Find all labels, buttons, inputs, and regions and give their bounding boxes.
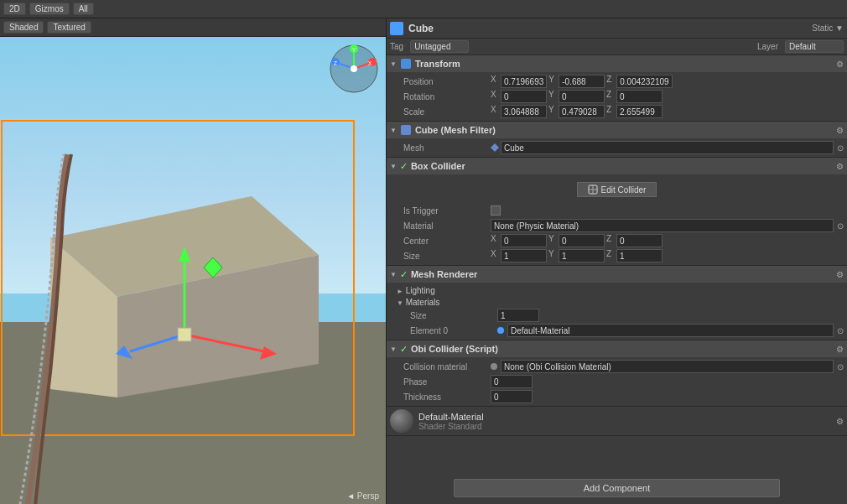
cz-value[interactable]: 0 <box>616 234 663 247</box>
mesh-renderer-body: ► Lighting ▼ Materials Size 1 Element 0 <box>387 283 847 340</box>
scale-z-value[interactable]: 2.655499 <box>616 105 663 118</box>
static-label[interactable]: Static ▼ <box>812 23 844 33</box>
material-menu-btn[interactable]: ⚙ <box>836 417 844 426</box>
rot-z-label: Z <box>606 90 615 103</box>
sz-value[interactable]: 1 <box>616 249 663 262</box>
element0-value[interactable]: Default-Material <box>507 324 834 337</box>
edit-collider-btn[interactable]: Edit Collider <box>577 182 657 197</box>
inspector-panel: Cube Static ▼ Tag Untagged Layer Default… <box>386 18 847 504</box>
rotation-xyz: X 0 Y 0 Z 0 <box>491 90 844 103</box>
tag-row: Tag Untagged Layer Default <box>387 39 847 55</box>
collision-material-target[interactable]: ⊙ <box>837 362 844 372</box>
collider-material-value[interactable]: None (Physic Material) <box>491 219 834 232</box>
scale-x-value[interactable]: 3.064888 <box>501 105 547 118</box>
thickness-value[interactable]: 0 <box>491 390 533 403</box>
collision-mat-dot <box>491 363 497 370</box>
sx-label: X <box>491 249 499 262</box>
pos-z-value[interactable]: 0.004232109 <box>616 75 672 88</box>
svg-marker-13 <box>491 143 499 152</box>
phase-value[interactable]: 0 <box>491 375 533 388</box>
collision-material-value[interactable]: None (Obi Collision Material) <box>501 360 834 373</box>
box-collider-body: Edit Collider Is Trigger Material None (… <box>387 174 847 265</box>
thickness-label: Thickness <box>403 392 487 402</box>
tag-label: Tag <box>390 42 403 51</box>
thickness-row: Thickness 0 <box>387 389 847 404</box>
edit-collider-label: Edit Collider <box>601 185 647 195</box>
mesh-value-icon <box>491 143 499 152</box>
edit-collider-icon <box>588 184 598 195</box>
element0-target[interactable]: ⊙ <box>837 326 844 335</box>
mesh-filter-menu-btn[interactable]: ⚙ <box>836 126 844 135</box>
box-collider-title: Box Collider <box>411 161 831 171</box>
mode-2d-btn[interactable]: 2D <box>3 3 26 15</box>
cy-value[interactable]: 0 <box>559 234 605 247</box>
mesh-renderer-header[interactable]: ▼ ✓ Mesh Renderer ⚙ <box>387 266 847 283</box>
materials-size-value[interactable]: 1 <box>497 309 539 322</box>
rot-y-value[interactable]: 0 <box>559 90 605 103</box>
rot-z-value[interactable]: 0 <box>616 90 663 103</box>
box-collider-menu-btn[interactable]: ⚙ <box>836 162 844 171</box>
obi-collider-header[interactable]: ▼ ✓ Obi Collider (Script) ⚙ <box>387 340 847 357</box>
mesh-filter-fold-arrow: ▼ <box>390 127 397 134</box>
mesh-filter-title: Cube (Mesh Filter) <box>415 125 831 135</box>
position-xyz: X 0.7196693 Y -0.688 Z 0.004232109 <box>491 75 844 88</box>
element0-row: Element 0 Default-Material ⊙ <box>387 323 847 338</box>
box-collider-fold-arrow: ▼ <box>390 163 397 170</box>
rot-y-label: Y <box>548 90 557 103</box>
box-collider-header[interactable]: ▼ ✓ Box Collider ⚙ <box>387 158 847 174</box>
mesh-renderer-menu-btn[interactable]: ⚙ <box>836 270 844 279</box>
object-icon <box>390 22 403 35</box>
scale-y-value[interactable]: 0.479028 <box>559 105 605 118</box>
scene-view[interactable]: Shaded Textured <box>0 18 386 504</box>
pos-x-value[interactable]: 0.7196693 <box>501 75 547 88</box>
sy-value[interactable]: 1 <box>559 249 605 262</box>
svg-text:Z: Z <box>334 60 338 66</box>
tag-value[interactable]: Untagged <box>410 40 469 53</box>
mesh-value[interactable]: Cube <box>501 141 834 154</box>
mesh-renderer-fold-arrow: ▼ <box>390 271 397 278</box>
add-component-btn[interactable]: Add Component <box>454 479 780 497</box>
size-label: Size <box>403 252 487 261</box>
materials-text: Materials <box>406 298 440 307</box>
rot-x-label: X <box>491 90 499 103</box>
svg-point-10 <box>351 65 357 72</box>
lighting-label[interactable]: ► Lighting <box>387 284 847 296</box>
all-btn[interactable]: All <box>73 3 94 15</box>
transform-menu-btn[interactable]: ⚙ <box>836 60 844 69</box>
gizmos-btn[interactable]: Gizmos <box>29 3 70 15</box>
material-shader: Shader Standard <box>418 422 829 431</box>
size-row: Size X 1 Y 1 Z 1 <box>387 248 847 263</box>
rot-x-value[interactable]: 0 <box>501 90 547 103</box>
scene-toolbar-shaded[interactable]: Shaded <box>3 21 44 34</box>
materials-label[interactable]: ▼ Materials <box>387 296 847 308</box>
svg-text:Y: Y <box>352 47 356 53</box>
gizmo-svg: X Y Z <box>329 44 379 94</box>
trigger-row: Is Trigger <box>387 203 847 218</box>
position-row: Position X 0.7196693 Y -0.688 Z 0.004232… <box>387 74 847 89</box>
obi-collider-title: Obi Collider (Script) <box>411 344 831 354</box>
persp-label: ◄ Persp <box>346 491 379 501</box>
layer-value[interactable]: Default <box>785 40 844 53</box>
trigger-checkbox[interactable] <box>491 205 501 216</box>
main-area: Shaded Textured <box>0 18 847 504</box>
scale-x-label: X <box>491 105 499 118</box>
scale-row: Scale X 3.064888 Y 0.479028 Z 2.655499 <box>387 104 847 119</box>
obi-collider-body: Collision material None (Obi Collision M… <box>387 357 847 406</box>
mesh-filter-header[interactable]: ▼ Cube (Mesh Filter) ⚙ <box>387 122 847 138</box>
transform-header[interactable]: ▼ Transform ⚙ <box>387 55 847 72</box>
transform-icon <box>400 58 412 70</box>
sx-value[interactable]: 1 <box>501 249 547 262</box>
pos-y-value[interactable]: -0.688 <box>559 75 605 88</box>
edit-collider-row: Edit Collider <box>387 176 847 203</box>
mesh-target-icon[interactable]: ⊙ <box>837 143 844 153</box>
materials-size-label: Size <box>410 311 494 320</box>
cx-value[interactable]: 0 <box>501 234 547 247</box>
add-component-container: Add Component <box>387 472 847 504</box>
scene-svg <box>0 37 386 504</box>
cy-label: Y <box>548 234 557 247</box>
material-row: Default-Material Shader Standard ⚙ <box>387 407 847 435</box>
scene-toolbar-textured[interactable]: Textured <box>47 21 91 34</box>
scene-toolbar: Shaded Textured <box>0 18 386 37</box>
obi-collider-menu-btn[interactable]: ⚙ <box>836 345 844 354</box>
collider-material-target[interactable]: ⊙ <box>837 221 844 231</box>
